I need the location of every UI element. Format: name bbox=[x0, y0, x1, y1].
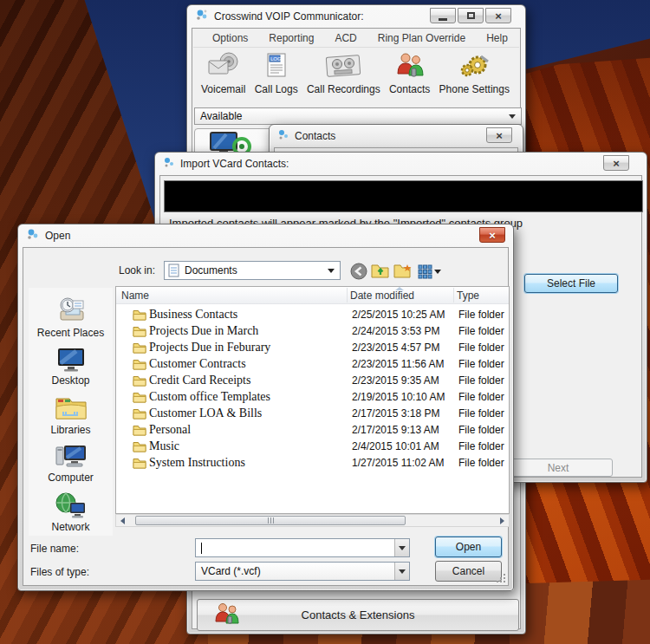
file-type: File folder bbox=[458, 457, 504, 469]
voicemail-button[interactable]: Voicemail bbox=[201, 51, 245, 95]
column-divider[interactable] bbox=[347, 288, 348, 302]
select-file-label: Select File bbox=[547, 277, 595, 289]
resize-grip[interactable] bbox=[496, 573, 506, 583]
next-button[interactable]: Next bbox=[504, 459, 613, 477]
toolbar: Voicemail LOG Call Logs Call Recordings bbox=[194, 49, 518, 103]
file-name-input[interactable] bbox=[195, 538, 410, 557]
file-name-label: File name: bbox=[30, 543, 79, 555]
sidebar-label: Computer bbox=[48, 472, 94, 484]
import-window-titlebar[interactable]: Import VCard Contacts: bbox=[155, 153, 647, 175]
phone-settings-button[interactable]: Phone Settings bbox=[439, 51, 510, 95]
scroll-right-icon[interactable] bbox=[496, 515, 509, 526]
desktop-icon bbox=[55, 347, 87, 373]
file-row[interactable]: Customer LOA & Bills 2/17/2015 3:18 PM F… bbox=[116, 405, 509, 421]
maximize-icon bbox=[467, 12, 475, 19]
sidebar-item-libraries[interactable]: Libraries bbox=[50, 394, 90, 436]
file-row[interactable]: Projects Due in Feburary 2/23/2015 4:57 … bbox=[116, 339, 509, 355]
file-row[interactable]: Custom office Templates 2/19/2015 10:10 … bbox=[116, 388, 509, 405]
file-date-modified: 2/23/2015 11:56 AM bbox=[352, 358, 445, 370]
file-name: Credit Card Receipts bbox=[149, 374, 250, 387]
file-list: Name Date modified Type Business Contact… bbox=[115, 286, 510, 514]
call-recordings-button[interactable]: Call Recordings bbox=[307, 51, 380, 95]
contacts-window-titlebar[interactable]: Contacts bbox=[270, 125, 523, 147]
contacts-icon bbox=[213, 602, 241, 629]
sidebar-item-computer[interactable]: Computer bbox=[48, 444, 94, 484]
sidebar-item-desktop[interactable]: Desktop bbox=[51, 347, 89, 387]
menu-item-reporting[interactable]: Reporting bbox=[260, 30, 322, 46]
close-button[interactable]: × bbox=[479, 227, 505, 243]
file-type: File folder bbox=[458, 358, 504, 370]
close-icon: × bbox=[496, 130, 503, 141]
file-row[interactable]: Projects Due in March 2/24/2015 3:53 PM … bbox=[116, 322, 509, 339]
sidebar-item-network[interactable]: Network bbox=[51, 491, 89, 533]
file-name-dropdown-button[interactable] bbox=[394, 539, 409, 556]
minimize-button[interactable] bbox=[430, 8, 456, 23]
menu-item-options[interactable]: Options bbox=[204, 30, 257, 46]
file-row[interactable]: Credit Card Receipts 2/23/2015 9:35 AM F… bbox=[116, 372, 509, 388]
file-type: File folder bbox=[458, 440, 504, 452]
phone-settings-label: Phone Settings bbox=[439, 83, 510, 95]
cancel-button-label: Cancel bbox=[452, 565, 484, 577]
close-button[interactable]: × bbox=[485, 8, 511, 23]
file-type: File folder bbox=[458, 342, 504, 354]
file-date-modified: 2/17/2015 9:13 AM bbox=[352, 424, 439, 436]
menu-item-acd[interactable]: ACD bbox=[326, 30, 365, 46]
scrollbar-thumb[interactable] bbox=[135, 516, 406, 525]
file-date-modified: 2/24/2015 3:53 PM bbox=[352, 325, 439, 337]
open-dialog-titlebar[interactable]: Open bbox=[18, 224, 513, 247]
up-one-level-button[interactable] bbox=[371, 262, 390, 281]
file-row[interactable]: Music 2/4/2015 10:01 AM File folder bbox=[116, 438, 509, 454]
menu-item-ring-plan-override[interactable]: Ring Plan Override bbox=[369, 30, 474, 46]
cancel-button[interactable]: Cancel bbox=[435, 561, 502, 582]
open-button-label: Open bbox=[456, 541, 481, 553]
menu-item-help[interactable]: Help bbox=[478, 30, 517, 46]
open-dialog-title: Open bbox=[45, 230, 70, 242]
status-dropdown[interactable]: Available bbox=[194, 107, 522, 125]
back-button[interactable] bbox=[349, 262, 368, 281]
look-in-dropdown[interactable]: Documents bbox=[164, 261, 341, 280]
file-name: Business Contacts bbox=[149, 308, 237, 322]
file-row[interactable]: Personal 2/17/2015 9:13 AM File folder bbox=[116, 421, 509, 438]
file-type: File folder bbox=[458, 374, 504, 387]
file-row[interactable]: Business Contacts 2/25/2015 10:25 AM Fil… bbox=[116, 306, 509, 322]
call-logs-button[interactable]: LOG Call Logs bbox=[255, 51, 298, 95]
select-file-button[interactable]: Select File bbox=[524, 274, 618, 293]
sort-indicator-icon bbox=[395, 287, 404, 290]
close-button[interactable]: × bbox=[603, 155, 629, 171]
contacts-window-title: Contacts bbox=[295, 130, 335, 142]
file-type: File folder bbox=[458, 391, 504, 403]
new-folder-button[interactable] bbox=[393, 262, 413, 281]
close-button[interactable]: × bbox=[486, 127, 512, 143]
look-in-value: Documents bbox=[185, 264, 237, 276]
file-date-modified: 2/23/2015 4:57 PM bbox=[352, 342, 439, 354]
views-button[interactable] bbox=[416, 262, 442, 281]
file-date-modified: 2/19/2015 10:10 AM bbox=[352, 391, 445, 403]
sidebar-item-recent-places[interactable]: Recent Places bbox=[37, 296, 104, 339]
files-of-type-dropdown-button[interactable] bbox=[394, 563, 409, 580]
minimize-icon bbox=[439, 18, 447, 21]
file-row[interactable]: Customer Contracts 2/23/2015 11:56 AM Fi… bbox=[116, 355, 509, 372]
close-icon: × bbox=[489, 230, 496, 241]
column-name[interactable]: Name bbox=[121, 289, 149, 302]
contacts-extensions-label: Contacts & Extensions bbox=[198, 608, 518, 621]
contacts-button[interactable]: Contacts bbox=[389, 51, 430, 95]
open-button[interactable]: Open bbox=[435, 537, 502, 557]
column-divider[interactable] bbox=[453, 288, 454, 302]
documents-icon bbox=[168, 263, 180, 277]
horizontal-scrollbar[interactable] bbox=[115, 514, 510, 527]
column-type[interactable]: Type bbox=[457, 289, 479, 302]
scroll-left-icon[interactable] bbox=[116, 515, 129, 526]
desktop: Crosswind VOIP Communicator: × OptionsRe… bbox=[0, 0, 650, 644]
files-of-type-dropdown[interactable]: VCard (*.vcf) bbox=[195, 562, 410, 581]
close-icon: × bbox=[495, 10, 502, 22]
app-icon bbox=[163, 156, 175, 172]
maximize-button[interactable] bbox=[458, 8, 484, 23]
file-name: Customer Contracts bbox=[149, 357, 246, 371]
contacts-extensions-bar[interactable]: Contacts & Extensions bbox=[197, 599, 519, 631]
file-date-modified: 2/17/2015 3:18 PM bbox=[352, 407, 439, 420]
call-recordings-label: Call Recordings bbox=[307, 83, 380, 95]
contacts-label: Contacts bbox=[389, 83, 430, 95]
look-in-label: Look in: bbox=[119, 264, 155, 276]
file-row[interactable]: System Instructions 1/27/2015 11:02 AM F… bbox=[116, 454, 509, 471]
column-date-modified[interactable]: Date modified bbox=[350, 289, 414, 302]
